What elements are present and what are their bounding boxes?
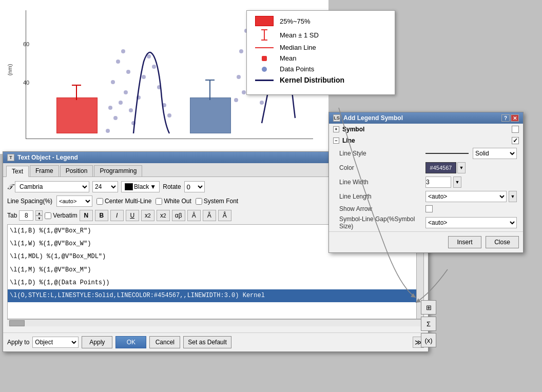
center-multiline-checkbox[interactable] [96,198,103,205]
line-width-row: Line Width ▼ [329,175,523,189]
format-ab-button[interactable]: αβ [172,210,185,221]
tab-spinner[interactable]: ▲ ▼ [35,210,43,221]
system-font-check[interactable]: System Font [196,198,238,205]
legend-symbol-median [254,47,275,48]
svg-point-17 [147,54,151,58]
hscroll-thumb[interactable] [9,320,25,326]
legend-dialog-title: Add Legend Symbol [343,114,403,122]
tab-label: Tab [7,212,17,219]
color-field-label: Color [339,164,421,171]
line-style-select[interactable]: Solid [473,148,517,159]
tab-input[interactable] [19,210,33,221]
line-length-label: Line Length [339,193,421,200]
insert-button[interactable]: Insert [448,236,481,248]
y-tick-60: 60 [23,41,29,47]
tab-programming[interactable]: Programming [94,165,142,177]
chart-error-bar-red [76,85,77,100]
white-out-checkbox[interactable] [156,198,162,205]
symbol-line-gap-label: Symbol-Line Gap(%Symbol Size) [339,215,421,230]
tab-frame[interactable]: Frame [30,165,59,177]
line-style-preview [425,153,469,154]
insert-object-button[interactable]: ⊞ [421,300,436,315]
tab-text[interactable]: Text [6,166,29,177]
tab-up-button[interactable]: ▲ [35,210,43,215]
svg-point-16 [106,129,110,133]
dialog-text-icon: T [7,154,14,161]
format-i-button[interactable]: I [110,210,124,221]
legend-popup: 25%~75% Mean ± 1 SD Median Line Mean Dat… [246,10,395,95]
svg-point-5 [129,108,133,112]
line-length-dropdown[interactable]: ▼ [509,191,517,202]
text-line-5: \l(1,D) %(1,@(Data Points)) [8,277,423,289]
line-style-row: Line Style Solid [329,146,523,161]
ok-button[interactable]: OK [115,336,146,348]
svg-point-8 [121,49,125,53]
line-spacing-label: Line Spacing(%) [7,198,52,205]
symbol-section-label: Symbol [342,126,364,133]
svg-point-1 [126,70,130,74]
tab-position[interactable]: Position [60,165,93,177]
symbol-line-gap-select[interactable]: <auto> [425,217,517,228]
symbol-section-header[interactable]: + Symbol [329,124,523,135]
sigma-button[interactable]: Σ [421,317,436,331]
svg-point-12 [152,65,156,69]
horizontal-scrollbar[interactable] [7,319,424,326]
symbol-line-gap-row: Symbol-Line Gap(%Symbol Size) <auto> [329,214,523,231]
legend-symbol-kernel [254,80,275,81]
set-default-button[interactable]: Set as Default [183,336,231,348]
tab-down-button[interactable]: ▼ [35,215,43,221]
format-aring-button[interactable]: Å [218,210,231,221]
y-tick-40: 40 [23,80,29,86]
line-width-dropdown[interactable]: ▼ [453,177,461,188]
legend-symbol-box [254,16,275,26]
line-checkbox[interactable]: ✓ [512,137,519,144]
format-u-button[interactable]: U [126,210,139,221]
format-b-button[interactable]: B [95,210,108,221]
system-font-checkbox[interactable] [196,198,202,205]
line-length-control: <auto> ▼ [425,191,517,202]
show-arrow-checkbox[interactable] [425,205,433,212]
legend-help-button[interactable]: ? [501,114,510,122]
cancel-button[interactable]: Cancel [149,336,180,348]
svg-point-33 [234,98,238,102]
legend-close-x-button[interactable]: ✕ [511,114,519,122]
color-dropdown-button[interactable]: ▼ [457,162,466,173]
variable-button[interactable]: (x) [421,333,436,347]
svg-point-27 [237,75,241,79]
legend-item-mean-sd: Mean ± 1 SD [254,29,388,41]
line-section-header[interactable]: − Line ✓ [329,135,523,146]
line-width-input[interactable] [425,177,451,188]
symbol-expand-toggle[interactable]: + [333,126,339,132]
format-sub-button[interactable]: x2 [157,210,170,221]
close-dialog-button[interactable]: Close [486,236,519,248]
format-sup-button[interactable]: x2 [141,210,154,221]
line-length-select[interactable]: <auto> [425,191,507,202]
font-size-select[interactable]: 24 [92,181,118,192]
line-spacing-select[interactable]: <auto> [56,195,92,207]
show-arrow-row: Show Arrow [329,204,523,214]
line-collapse-toggle[interactable]: − [333,138,339,144]
verbatim-check[interactable]: Verbatim [45,212,77,219]
color-button[interactable]: Black ▼ [121,181,160,192]
legend-symbol-data-pts [254,67,275,72]
legend-titlebar-controls: ? ✕ [501,114,519,122]
symbol-checkbox[interactable] [512,126,519,133]
color-box[interactable]: #454567 [425,162,456,173]
color-selector[interactable]: #454567 ▼ [425,162,466,173]
center-multiline-check[interactable]: Center Multi-Line [96,198,151,205]
color-hex-value: #454567 [430,165,452,171]
apply-button[interactable]: Apply [82,336,112,348]
legend-symbol-mean [254,56,275,61]
format-n-button[interactable]: N [80,210,93,221]
font-select[interactable]: Cambria [15,181,89,192]
verbatim-checkbox[interactable] [45,212,51,219]
legend-item-median: Median Line [254,44,388,51]
format-atilde-button[interactable]: Ã [203,210,216,221]
show-arrow-control [425,205,517,212]
format-abar-button[interactable]: Ā [187,210,201,221]
apply-to-select[interactable]: Object Page Graph [32,337,79,348]
rotate-select[interactable]: 0 [184,181,205,192]
legend-dialog-icon: LS [333,114,340,122]
white-out-check[interactable]: White Out [156,198,191,205]
svg-point-6 [113,116,118,120]
